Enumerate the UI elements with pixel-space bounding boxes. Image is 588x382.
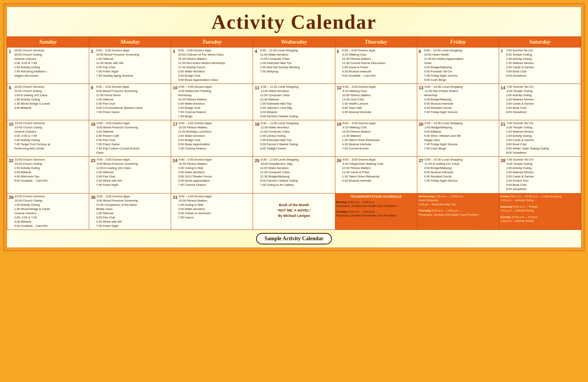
- day-number: 17: [173, 122, 177, 126]
- activity-line: 2:00 Pan Club: [96, 175, 169, 179]
- activity-line: 12:30 Matinee: [260, 98, 333, 102]
- activity-line: 1:30 Matinee Movies: [506, 130, 579, 134]
- transport-tue: Tuesday 9:00 a.m. – 3:00 p.m. –Physician…: [335, 209, 417, 219]
- activity-line: 9:30 IntegraCare Walking Club: [342, 162, 415, 166]
- activity-line: 1:00 Sitterise: [96, 57, 169, 61]
- activity-line: 11:00 Computer Class: [260, 57, 333, 61]
- col-friday: Friday: [417, 37, 499, 48]
- activity-line: 11:00 Water Aerobics: [260, 53, 333, 57]
- day-cell-22: 2210:00 Church Services10:00 Church Outi…: [7, 157, 89, 193]
- activity-line: 9:15 Walking Club: [342, 126, 415, 130]
- day-cell-13: 139:00 – 10:30 Local Shopping11:00 Non-F…: [417, 84, 499, 120]
- activity-line: 9:00 – 3:00 Doctors Appt.: [96, 121, 169, 126]
- activity-line: 5:00 Music Appreciation Class: [178, 78, 251, 82]
- day-cell-4: 49:30 – 11:00 Local Shopping11:00 Water …: [253, 48, 335, 84]
- activity-line: 2:30 Whee with Wii: [96, 220, 169, 224]
- activity-line: 9:00 – 10:30 Local Shopping: [424, 49, 497, 53]
- day-cell-26: 269:00 – 3:00 Doctors Appt.9:30 IntegraC…: [335, 157, 417, 193]
- activity-line: 1:00 Activity Outing: [506, 57, 579, 61]
- activity-line: Media Class: [96, 207, 169, 211]
- calendar-table: Sunday Monday Tuesday Wednesday Thursday…: [7, 36, 581, 230]
- activity-line: 10:30 Fitness Matters: [342, 130, 415, 134]
- activity-line: 10:00 Church Outing: [14, 126, 87, 130]
- activity-line: 2:00, 4:00 & 7:45: [14, 61, 87, 66]
- activity-line: 2:00 Bridge/Mahjong: [424, 166, 497, 171]
- activity-line: 2:00 Veteran's Club Mtg.: [260, 106, 333, 110]
- day-number: 20: [419, 122, 423, 126]
- activity-line: 7:45 Current Events: [342, 147, 415, 151]
- activity-line: 7:00 Sunrise Tai Chi: [506, 121, 579, 126]
- day-number: 16: [91, 122, 95, 126]
- activity-line: 1:30 Matinee Movies: [506, 98, 579, 102]
- col-sunday: Sunday: [7, 37, 89, 48]
- day-cell-3: 39:00 – 3:00 Doctors Appt.10:00 Cultures…: [171, 48, 253, 84]
- activity-line: 11:30 Non-fiction Writers Workshop: [178, 61, 251, 66]
- title-area: Activity Calendar: [7, 7, 581, 36]
- activity-line: 7:00 Poker Game: [96, 143, 169, 147]
- day-cell-23: 239:00 – 3:00 Doctors Appt.9:00 Blood Pr…: [89, 157, 171, 193]
- activity-line: 2:00, 4:00 & 7:45: [14, 216, 87, 220]
- activity-line: 5:00 Tribute to Gershwin: [178, 211, 251, 216]
- col-wednesday: Wednesday: [253, 37, 335, 48]
- bottom-bar: Sample Activity Calendar: [7, 230, 581, 248]
- footer-label: Sample Activity Calendar: [256, 233, 332, 244]
- book-title: "NOT ME: A NOVEL": [256, 208, 331, 213]
- day-number: 21: [501, 122, 505, 126]
- activity-line: 1:00 Activity Outing: [14, 138, 87, 143]
- activity-line: 2:00 Cards & Games: [506, 66, 579, 70]
- activity-line: 9:00 – 3:00 Doctors Appt.: [178, 49, 251, 53]
- activity-line: 11:00 Computer Class: [260, 171, 333, 175]
- activity-line: 11:00 Water Aerobics: [260, 166, 333, 171]
- activity-line: 9:00 – 10:30 Local Shopping: [424, 158, 497, 162]
- activity-line: 1:00 Sitterise: [96, 171, 169, 175]
- activity-line: 2:30 Whee with Wii: [96, 179, 169, 183]
- day-cell-29: 2910:00 Church Services10:00 Church Outi…: [7, 193, 89, 230]
- activity-line: 2:00 Pan Club: [96, 66, 169, 70]
- activity-line: 9:00 – 3:00 Doctors Appt.: [342, 85, 415, 89]
- activity-line: 1:00 Activity Outing: [14, 98, 87, 102]
- activity-line: 2:00 Bridge/Mahjong: [424, 98, 497, 102]
- activity-line: 2:00 Bridge/Mahjong: [424, 66, 497, 70]
- activity-line: 7:45 Friday Night Service: [424, 179, 497, 183]
- activity-line: 3:00 Book Club: [506, 106, 579, 110]
- day-cell-8: 810:00 Church Services10:00 Church Outin…: [7, 84, 89, 120]
- activity-line: 5:00 Music Appreciation: [178, 179, 251, 183]
- activity-line: 1:00 Extended Mall Trip: [260, 61, 333, 66]
- day-number: 1: [9, 49, 11, 54]
- activity-line: 9:00 – 3:00 Doctors Appt.: [96, 49, 169, 53]
- transport-mon: Monday 9:00 a.m. – 3:00 p.m.Physicians, …: [335, 200, 417, 209]
- activity-line: 2:00 Water Aerobics: [178, 102, 251, 106]
- activity-line: 12:00 Birthday Luncheon: [178, 130, 251, 134]
- activity-line: 7:45 Healthy Aging Seminar: [96, 74, 169, 78]
- activity-line: 1:30 Matinee Movies: [506, 61, 579, 66]
- activity-line: 1:00 Sitterise: [96, 98, 169, 102]
- activity-line: 4:30 Musical Interlude: [342, 179, 415, 183]
- book-of-month-cell: Book of the Month"NOT ME: A NOVEL"By Mic…: [253, 193, 335, 230]
- activity-line: 9:00 – 3:00 Doctors Appt.: [96, 158, 169, 162]
- day-number: 3: [173, 49, 175, 54]
- activity-line: 2:00 Pan Club: [96, 216, 169, 220]
- day-number: 9: [91, 85, 93, 90]
- activity-line: 11:00 Water Aerobics: [260, 126, 333, 130]
- activity-line: 3:00 Billiards: [260, 110, 333, 115]
- activity-line: 7:45 Cinema Feature: [178, 147, 251, 151]
- day-cell-31: 319:00 – 3:00 Doctors Appt.10:30 Fitness…: [171, 193, 253, 230]
- week-row-5: 2910:00 Church Services10:00 Church Outi…: [7, 193, 581, 230]
- activity-line: 9:00 – 10:30 Local Shopping: [424, 121, 497, 126]
- day-number: 6: [419, 49, 421, 54]
- activity-line: 7:45 Tango First Century at: [14, 143, 87, 147]
- activity-line: 1:30 Matinee Movies: [506, 171, 579, 175]
- activity-line: 9:30 – 11:00 Local Shopping: [260, 49, 333, 53]
- activity-line: 10:30 Fitness Matters: [342, 93, 415, 98]
- activity-line: 3:00 2010 Theater Forum: [178, 175, 251, 179]
- activity-line: 10:00 Hospital Aux. Mtg.: [260, 162, 333, 166]
- transport-cell: TRANSPORTATION SCHEDULE Monday 9:00 a.m.…: [335, 193, 417, 230]
- day-number: 19: [337, 122, 341, 126]
- activity-line: 5:00 Farmer's Market Outing: [260, 179, 333, 183]
- activity-line: 2:00 Red Hat Society Meeting: [260, 66, 333, 70]
- activity-line: 11:00 E-mailing 101 Class: [96, 166, 169, 171]
- day-number: 28: [501, 158, 505, 163]
- day-cell-14: 147:00 Sunrise Tai Chi9:30 Temple Outing…: [499, 84, 581, 120]
- day-cell-20: 209:00 – 10:30 Local Shopping2:00 Bridge…: [417, 120, 499, 157]
- activity-line: 1:00 Sitterise: [96, 211, 169, 216]
